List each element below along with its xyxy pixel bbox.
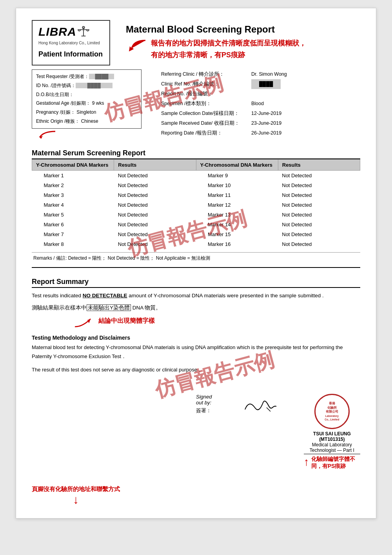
- marker-right-cell: Marker 11: [196, 190, 278, 200]
- logo-text: LIBRA: [38, 25, 103, 39]
- result-left-cell: Not Detected: [114, 180, 196, 190]
- header-annotation-1: 報告有的地方因掃描文件清晰度低而呈現模糊狀，: [151, 38, 306, 48]
- serum-screening-title: Maternal Serum Screening Report: [32, 149, 360, 159]
- table-row: Marker 7 Not Detected Marker 15 Not Dete…: [32, 229, 360, 239]
- marker-left-cell: Marker 3: [32, 190, 114, 200]
- marker-right-cell: Marker 13: [196, 210, 278, 220]
- logo-company: Hong Kong Laboratory Co., Limited: [38, 40, 103, 45]
- chinese-text-before: 測驗結果顯示在樣本中: [32, 305, 87, 311]
- header: LIBRA Hong Kong Laboratory Co., Limited …: [32, 20, 360, 66]
- no-detectable-text: NO DETECTABLE: [83, 293, 127, 298]
- specimen-value: Blood: [251, 99, 264, 109]
- chinese-text-after: DNA 物質。: [131, 305, 161, 311]
- methodology-section: Testing Methodology and Disclaimers Mate…: [32, 335, 360, 374]
- bottom-annotations: 頁腳沒有化驗所的地址和聯繫方式 ↓: [32, 486, 360, 506]
- lab-stamp: 香港 化驗所 有限公司 Laboratory Co., Limited: [314, 394, 350, 429]
- patient-info-heading: Patient Information: [38, 50, 103, 58]
- patient-row-gestational: Gestational Age /妊娠期： 9 wks: [36, 99, 137, 108]
- marker-right-cell: Marker 14: [196, 220, 278, 229]
- result-right-cell: Not Detected: [278, 190, 360, 200]
- result-right-cell: Not Detected: [278, 229, 360, 239]
- table-row: Marker 1 Not Detected Marker 9 Not Detec…: [32, 170, 360, 180]
- marker-right-cell: Marker 9: [196, 170, 278, 180]
- marker-left-cell: Marker 7: [32, 229, 114, 239]
- result-right-cell: Not Detected: [278, 200, 360, 210]
- reporting-date-value: 26-June-2019: [251, 128, 281, 138]
- patient-row-id: ID No. /證件號碼：████: [36, 81, 137, 90]
- table-row: Marker 8 Not Detected Marker 16 Not Dete…: [32, 239, 360, 249]
- libra-icon: [76, 25, 91, 39]
- report-no-label: Report No. /報告編號：: [161, 89, 251, 99]
- result-right-cell: Not Detected: [278, 180, 360, 190]
- report-no-row: Report No. /報告編號：: [161, 89, 360, 99]
- result-right-cell: Not Detected: [278, 170, 360, 180]
- clinic-info-right: Referring Clinic / 轉介診所： Dr. Simon Wong …: [161, 69, 360, 143]
- result-right-cell: Not Detected: [278, 239, 360, 249]
- signed-by-block: Signed out by: 簽署：: [196, 394, 218, 414]
- table-row: Marker 4 Not Detected Marker 12 Not Dete…: [32, 200, 360, 210]
- report-title-section: Maternal Blood Screening Report 報告有的地方因掃…: [126, 20, 360, 60]
- section-divider: [32, 267, 360, 268]
- marker-left-cell: Marker 2: [32, 180, 114, 190]
- table-row: Marker 2 Not Detected Marker 10 Not Dete…: [32, 180, 360, 190]
- result-left-cell: Not Detected: [114, 210, 196, 220]
- report-main-title: Maternal Blood Screening Report: [126, 24, 306, 35]
- patient-info-left: Test Requester /受測者：████ ID No. /證件號碼：██…: [32, 69, 149, 143]
- signatory-title: Medical Laboratory Technologist — Part I: [304, 442, 360, 454]
- signature-graphic: [241, 394, 280, 419]
- table-row: Marker 3 Not Detected Marker 11 Not Dete…: [32, 190, 360, 200]
- collection-date-label: Sample Collection Date/採樣日期：: [161, 109, 251, 118]
- ps-annotation: 化驗師編號字體不同，有PS痕跡: [311, 456, 360, 470]
- received-date-label: Sample Received Date/ 收樣日期：: [161, 118, 251, 128]
- marker-left-cell: Marker 4: [32, 200, 114, 210]
- clinic-ref-row: Clinic Ref No. /轉介編號： ████: [161, 79, 360, 89]
- arrow-to-chinese-icon: [71, 313, 98, 329]
- table-row: Marker 6 Not Detected Marker 14 Not Dete…: [32, 220, 360, 229]
- result-right-cell: Not Detected: [278, 220, 360, 229]
- page-container: 仿冒報告示例 仿冒報告示例 仿冒報告示例 LIBRA Hong Kong Lab…: [16, 8, 376, 519]
- patient-row-ethnic: Ethnic Origin /種族： Chinese: [36, 117, 137, 126]
- patient-row-dob: D.O.B/出生日期：: [36, 90, 137, 99]
- signed-by-chinese: 簽署：: [196, 407, 218, 414]
- bottom-left-annotation: 頁腳沒有化驗所的地址和聯繫方式 ↓: [32, 486, 120, 506]
- simplified-chinese-annotation: 結論中出現簡體字樣: [98, 317, 155, 325]
- result-right-cell: Not Detected: [278, 210, 360, 220]
- signature-svg: [241, 394, 280, 417]
- result-left-cell: Not Detected: [114, 229, 196, 239]
- result-left-cell: Not Detected: [114, 239, 196, 249]
- patient-clinic-info: Test Requester /受測者：████ ID No. /證件號碼：██…: [32, 69, 360, 143]
- clinic-ref-label: Clinic Ref No. /轉介編號：: [161, 79, 251, 89]
- remarks-row: Remarks / 備註: Detected = 陽性； Not Detecte…: [32, 252, 360, 264]
- marker-right-cell: Marker 16: [196, 239, 278, 249]
- result-left-cell: Not Detected: [114, 170, 196, 180]
- patient-info-box: Test Requester /受測者：████ ID No. /證件號碼：██…: [32, 69, 142, 129]
- patient-row-requester: Test Requester /受測者：████: [36, 72, 137, 81]
- signature-section: Signed out by: 簽署： 香港 化驗所 有限公: [32, 394, 360, 470]
- col-header-marker1: Y-Chromosomal DNA Markers: [32, 159, 114, 170]
- referring-clinic-label: Referring Clinic / 轉介診所：: [161, 69, 251, 79]
- marker-right-cell: Marker 15: [196, 229, 278, 239]
- table-row: Marker 5 Not Detected Marker 13 Not Dete…: [32, 210, 360, 220]
- specimen-row: Specimen /標本類別： Blood: [161, 99, 360, 109]
- marker-left-cell: Marker 6: [32, 220, 114, 229]
- markers-table: Y-Chromosomal DNA Markers Results Y-Chro…: [32, 159, 360, 249]
- signature-left: Signed out by: 簽署： 香港 化驗所 有限公: [196, 394, 360, 470]
- methodology-title: Testing Methodology and Disclaimers: [32, 335, 360, 341]
- reporting-date-row: Reporting Date /報告日期： 26-June-2019: [161, 128, 360, 138]
- logo-section: LIBRA Hong Kong Laboratory Co., Limited …: [32, 20, 110, 66]
- logo-libra: LIBRA: [38, 25, 76, 38]
- result-left-cell: Not Detected: [114, 190, 196, 200]
- chinese-boxed-text: 未能驗出Y染色體: [87, 304, 131, 311]
- result-left-cell: Not Detected: [114, 200, 196, 210]
- col-header-result1: Results: [114, 159, 196, 170]
- methodology-para1: Maternal blood test for detecting Y-chro…: [32, 343, 360, 361]
- marker-left-cell: Marker 5: [32, 210, 114, 220]
- summary-text-before: Test results indicated: [32, 293, 83, 298]
- chinese-result: 測驗結果顯示在樣本中未能驗出Y染色體 DNA 物質。: [32, 304, 360, 311]
- clinic-ref-value: ████: [251, 79, 281, 89]
- methodology-para2: The result of this test does not serve a…: [32, 365, 360, 374]
- report-summary-title: Report Summary: [32, 278, 360, 288]
- marker-right-cell: Marker 10: [196, 180, 278, 190]
- col-header-result2: Results: [278, 159, 360, 170]
- col-header-marker2: Y-Chromosomal DNA Markers: [196, 159, 278, 170]
